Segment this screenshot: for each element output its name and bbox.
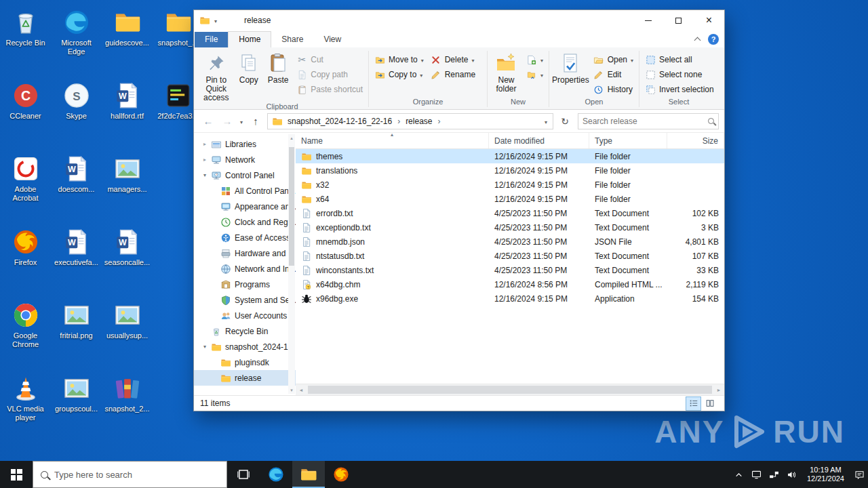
- easy-access-button[interactable]: [523, 67, 547, 82]
- file-row[interactable]: x6412/16/2024 9:15 PMFile folder: [296, 192, 724, 206]
- tree-item[interactable]: snapshot_2024-1...: [194, 339, 296, 354]
- paste-button[interactable]: Paste: [263, 50, 293, 102]
- move-to-button[interactable]: Move to: [371, 52, 427, 67]
- tree-item[interactable]: Network and In...: [194, 261, 296, 277]
- invert-selection-button[interactable]: Invert selection: [642, 82, 717, 97]
- tree-item[interactable]: System and Se...: [194, 292, 296, 308]
- expander-icon[interactable]: [203, 172, 211, 178]
- search-icon[interactable]: [708, 118, 714, 124]
- taskbar-search-input[interactable]: [54, 470, 219, 480]
- history-button[interactable]: History: [590, 82, 637, 97]
- column-header-date-modified[interactable]: Date modified: [489, 133, 589, 148]
- up-button[interactable]: [247, 113, 264, 130]
- properties-button[interactable]: Properties: [551, 50, 590, 98]
- start-button[interactable]: [0, 461, 33, 488]
- quick-access-toolbar-caret[interactable]: [214, 16, 217, 25]
- tree-item[interactable]: Hardware and ...: [194, 245, 296, 261]
- file-row[interactable]: x96dbg.exe12/16/2024 9:15 PMApplication1…: [296, 291, 724, 306]
- tree-item[interactable]: Programs: [194, 277, 296, 292]
- breadcrumb-chevron-icon[interactable]: [437, 117, 441, 126]
- task-view-button[interactable]: [227, 461, 260, 488]
- copy-path-button[interactable]: Copy path: [293, 67, 366, 82]
- hidden-icons-chevron[interactable]: [730, 461, 748, 488]
- file-row[interactable]: ?x64dbg.chm12/16/2024 8:56 PMCompiled HT…: [296, 277, 724, 291]
- details-view-button[interactable]: [686, 397, 701, 410]
- desktop-icon[interactable]: usuallysup...: [102, 297, 153, 370]
- open-button[interactable]: Open: [590, 52, 637, 67]
- network-tray-icon[interactable]: [766, 461, 783, 488]
- cut-button[interactable]: Cut: [293, 52, 366, 67]
- scrollbar-thumb[interactable]: [308, 386, 712, 394]
- expander-icon[interactable]: [203, 157, 211, 163]
- rename-button[interactable]: Rename: [427, 67, 479, 82]
- titlebar[interactable]: release: [194, 10, 724, 30]
- scroll-down-arrow[interactable]: [290, 386, 293, 394]
- close-button[interactable]: [694, 10, 724, 30]
- taskbar-file-explorer-button[interactable]: [292, 461, 325, 488]
- desktop-icon[interactable]: Recycle Bin: [0, 4, 51, 77]
- tree-item[interactable]: Recycle Bin: [194, 323, 296, 339]
- breadcrumb-segment[interactable]: release: [402, 115, 435, 127]
- taskbar-edge-button[interactable]: [260, 461, 292, 488]
- column-header-size[interactable]: Size: [667, 133, 724, 148]
- copy-button[interactable]: Copy: [235, 50, 263, 102]
- file-row[interactable]: exceptiondb.txt4/25/2023 11:50 PMText Do…: [296, 220, 724, 235]
- file-row[interactable]: errordb.txt4/25/2023 11:50 PMText Docume…: [296, 206, 724, 220]
- expander-icon[interactable]: [203, 344, 211, 350]
- minimize-button[interactable]: [633, 10, 663, 30]
- refresh-button[interactable]: [556, 113, 574, 130]
- desktop-icon[interactable]: Firefox: [0, 224, 51, 297]
- desktop-icon[interactable]: VLC media player: [0, 370, 51, 443]
- column-header-type[interactable]: Type: [589, 133, 667, 148]
- scroll-right-arrow[interactable]: [713, 388, 724, 392]
- tree-item[interactable]: Appearance an...: [194, 199, 296, 214]
- file-row[interactable]: mnemdb.json4/25/2023 11:50 PMJSON File4,…: [296, 235, 724, 249]
- desktop-icon[interactable]: SSkype: [51, 77, 102, 150]
- select-all-button[interactable]: Select all: [642, 52, 717, 67]
- desktop-icon[interactable]: Whallford.rtf: [102, 77, 153, 150]
- display-tray-icon[interactable]: [748, 461, 766, 488]
- desktop-icon[interactable]: Wdoescom...: [51, 150, 102, 224]
- desktop-icon[interactable]: Google Chrome: [0, 297, 51, 370]
- tree-item[interactable]: release: [194, 370, 296, 386]
- horizontal-scrollbar[interactable]: [296, 384, 724, 395]
- collapse-ribbon-icon[interactable]: [694, 37, 701, 44]
- help-icon[interactable]: [708, 34, 719, 45]
- tree-scrollbar[interactable]: [288, 134, 295, 394]
- file-row[interactable]: x3212/16/2024 9:15 PMFile folder: [296, 178, 724, 192]
- desktop-icon[interactable]: snapshot_2...: [102, 370, 153, 443]
- pin-to-quick-access-button[interactable]: Pin to Quick access: [198, 50, 235, 102]
- tree-item[interactable]: Clock and Regi...: [194, 214, 296, 230]
- edit-button[interactable]: Edit: [590, 67, 637, 82]
- address-dropdown-caret[interactable]: [545, 117, 547, 126]
- tab-view[interactable]: View: [313, 32, 351, 47]
- tree-item[interactable]: All Control Pan...: [194, 183, 296, 199]
- select-none-button[interactable]: Select none: [642, 67, 717, 82]
- tree-item[interactable]: User Accounts: [194, 308, 296, 323]
- paste-shortcut-button[interactable]: Paste shortcut: [293, 82, 366, 97]
- recent-locations-caret[interactable]: [240, 117, 243, 126]
- desktop-icon[interactable]: Adobe Acrobat: [0, 150, 51, 224]
- file-row[interactable]: themes12/16/2024 9:15 PMFile folder: [296, 149, 724, 163]
- maximize-button[interactable]: [663, 10, 694, 30]
- scrollbar-thumb[interactable]: [289, 147, 294, 266]
- expander-icon[interactable]: [203, 141, 211, 147]
- desktop-icon[interactable]: Microsoft Edge: [51, 4, 102, 77]
- new-item-button[interactable]: [523, 52, 547, 67]
- desktop-icon[interactable]: groupscoul...: [51, 370, 102, 443]
- file-row[interactable]: winconstants.txt4/25/2023 11:50 PMText D…: [296, 263, 724, 277]
- file-row[interactable]: ntstatusdb.txt4/25/2023 11:50 PMText Doc…: [296, 249, 724, 263]
- tree-item[interactable]: Libraries: [194, 136, 296, 152]
- desktop-icon[interactable]: CCCleaner: [0, 77, 51, 150]
- desktop-icon[interactable]: Wseasoncalle...: [102, 224, 153, 297]
- scroll-left-arrow[interactable]: [296, 388, 307, 392]
- desktop-icon[interactable]: guidescove...: [102, 4, 153, 77]
- delete-button[interactable]: Delete: [427, 52, 479, 67]
- tab-file[interactable]: File: [195, 32, 228, 47]
- breadcrumb-chevron-icon[interactable]: [397, 117, 401, 126]
- new-folder-button[interactable]: New folder: [490, 50, 523, 98]
- explorer-search-input[interactable]: [583, 117, 705, 126]
- taskbar-clock[interactable]: 10:19 AM 12/21/2024: [801, 466, 850, 483]
- tree-item[interactable]: pluginsdk: [194, 354, 296, 370]
- volume-tray-icon[interactable]: [783, 461, 801, 488]
